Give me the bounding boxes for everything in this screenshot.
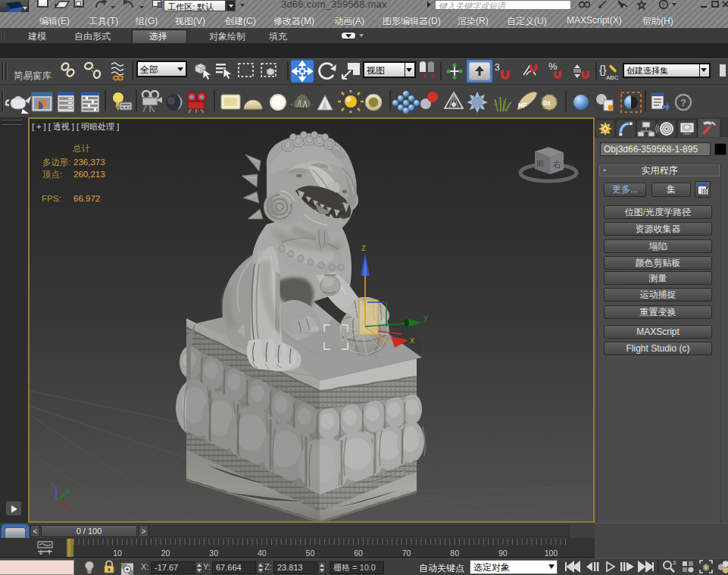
svg-text:236,373: 236,373 — [73, 158, 105, 167]
svg-text:x: x — [410, 335, 414, 345]
svg-text:z: z — [361, 242, 366, 253]
svg-text:总计: 总计 — [72, 144, 91, 153]
svg-text:%: % — [548, 61, 558, 72]
svg-text:30: 30 — [209, 548, 218, 558]
svg-text:?: ? — [661, 2, 665, 9]
svg-text:简易窗库: 简易窗库 — [14, 70, 52, 81]
svg-text:66.972: 66.972 — [73, 194, 100, 203]
svg-text:50: 50 — [306, 548, 315, 558]
svg-text:60: 60 — [354, 548, 363, 558]
svg-text:100: 100 — [545, 548, 558, 558]
svg-text:0x: 0x — [543, 99, 551, 107]
svg-text:全部: 全部 — [140, 64, 158, 75]
svg-text:前: 前 — [536, 159, 544, 167]
svg-text:ABC: ABC — [606, 74, 619, 81]
svg-text:260,213: 260,213 — [73, 170, 105, 179]
svg-text:40: 40 — [258, 548, 267, 558]
svg-text:3: 3 — [495, 62, 500, 73]
svg-text:多边形:: 多边形: — [42, 158, 71, 167]
svg-text:y: y — [66, 487, 69, 494]
svg-text:右: 右 — [553, 160, 561, 169]
svg-text:y: y — [423, 312, 428, 323]
svg-text:z: z — [52, 481, 55, 488]
svg-text:x: x — [70, 507, 73, 514]
svg-text:80: 80 — [450, 548, 459, 558]
svg-text:±: ± — [673, 558, 676, 566]
svg-text:[ + ] [ 透视 ] [ 明暗处理 ]: [ + ] [ 透视 ] [ 明暗处理 ] — [32, 122, 119, 131]
svg-text:90: 90 — [498, 548, 508, 558]
svg-text:10: 10 — [113, 548, 122, 558]
svg-text:创建选择集: 创建选择集 — [626, 66, 668, 75]
svg-text:?: ? — [680, 97, 686, 108]
svg-text:顶点:: 顶点: — [42, 170, 62, 179]
svg-text:HF: HF — [518, 102, 527, 109]
svg-text:20: 20 — [161, 548, 170, 558]
svg-text:70: 70 — [402, 548, 411, 558]
svg-text:FPS:: FPS: — [42, 194, 61, 203]
svg-text:视图: 视图 — [366, 65, 385, 76]
